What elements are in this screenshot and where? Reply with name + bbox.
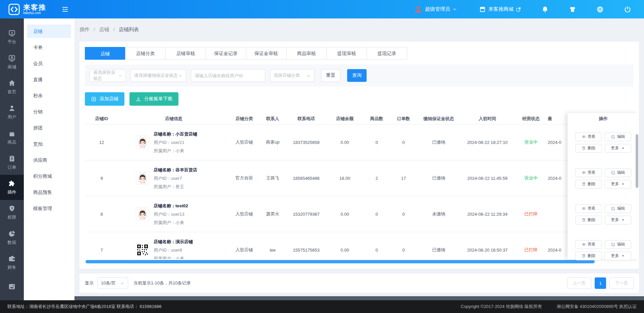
column-header: 经营状态 <box>514 116 548 122</box>
finance-icon <box>8 255 16 262</box>
deposit-status-cell: 已缴纳 <box>417 139 461 145</box>
sidebar-item[interactable]: 商品预售 <box>27 186 71 199</box>
shop-category-cell: 入驻店铺 <box>229 139 259 145</box>
balance-cell: 0.00 <box>326 212 363 217</box>
rail-item-user[interactable]: 用户 <box>0 100 24 125</box>
vertical-scrollbar-thumb[interactable] <box>636 134 638 188</box>
page-size-label: 显示 <box>85 280 94 286</box>
edit-button[interactable]: 编辑 <box>605 133 631 141</box>
shop-owner: 所属用户：小来 <box>154 218 188 227</box>
shirt-icon[interactable] <box>569 6 576 13</box>
edit-icon <box>611 135 615 139</box>
sidebar-collapse-icon[interactable] <box>61 5 69 13</box>
shop-qrcode-image <box>136 243 149 257</box>
balance-cell: 0.00 <box>326 140 363 145</box>
mall-link[interactable]: 来客推商城 <box>479 6 521 13</box>
rail-item-platform[interactable]: S平台 <box>0 24 24 50</box>
shop-info-cell: 店铺名称：演示店铺用户ID：user9所属用户：小来 <box>118 238 229 259</box>
rail-item-mallcard[interactable]: 商城 <box>0 50 24 75</box>
row-action-label: 更多 <box>611 253 619 259</box>
chevron-down-icon <box>118 73 122 78</box>
tab[interactable]: 店铺 <box>85 47 125 60</box>
sidebar-item[interactable]: 直播 <box>27 73 71 86</box>
delete-button[interactable]: 删除 <box>575 144 602 153</box>
tab[interactable]: 店铺分类 <box>125 47 166 60</box>
sidebar-item[interactable]: 店铺 <box>27 24 71 38</box>
sidebar-item[interactable]: 模板管理 <box>27 202 71 215</box>
horizontal-scrollbar-thumb[interactable] <box>86 260 595 263</box>
rail-item-image[interactable] <box>0 275 24 300</box>
prev-page-button[interactable]: 上一页 <box>567 277 591 289</box>
more-button[interactable]: 更多 <box>605 180 631 189</box>
deposit-status-select[interactable]: 请选择缴纳保证金状态 <box>130 69 186 82</box>
tab[interactable]: 提现审核 <box>326 47 367 60</box>
breadcrumb-plugins[interactable]: 插件 <box>79 27 90 32</box>
shop-category-select[interactable]: 选择店铺分类 <box>270 69 314 82</box>
tab[interactable]: 保证金记录 <box>206 47 246 60</box>
breadcrumb-shops[interactable]: 店铺 <box>99 27 109 32</box>
tab[interactable]: 店铺审核 <box>165 47 206 60</box>
language-globe-icon[interactable] <box>596 6 604 13</box>
more-button[interactable]: 更多 <box>605 252 631 260</box>
edit-button[interactable]: 编辑 <box>605 240 631 249</box>
logo[interactable]: 来客推 laiketui.com <box>0 3 46 15</box>
rail-item-label: 平台 <box>8 39 16 45</box>
rail-item-data[interactable]: 数据 <box>0 225 24 250</box>
tab[interactable]: 商品审核 <box>286 47 327 60</box>
sidebar-item[interactable]: 卡券 <box>27 41 71 54</box>
delete-button[interactable]: 删除 <box>575 180 602 189</box>
rail-item-finance[interactable]: 财务 <box>0 250 24 275</box>
rail-item-home[interactable]: 首页 <box>0 74 24 100</box>
business-status-select[interactable]: 请选择营业状态 <box>90 69 126 82</box>
sidebar-item[interactable]: 秒杀 <box>27 89 71 102</box>
column-header: 店铺ID <box>85 116 118 122</box>
next-page-button[interactable]: 下一页 <box>609 277 634 289</box>
notifications-bell-icon[interactable] <box>541 6 549 13</box>
delete-button[interactable]: 删除 <box>575 216 602 224</box>
sidebar-item[interactable]: 积分商城 <box>27 169 71 183</box>
sidebar-item[interactable]: 会员 <box>27 57 71 70</box>
admin-label: 超级管理员 <box>425 6 450 12</box>
reset-button[interactable]: 重置 <box>321 69 340 82</box>
goods-count-cell: 0 <box>363 212 390 217</box>
tab[interactable]: 保证金审核 <box>246 47 286 60</box>
sidebar-item[interactable]: 拼团 <box>27 121 71 135</box>
view-button[interactable]: 查看 <box>575 168 602 177</box>
rail-item-label: 商城 <box>8 64 16 70</box>
shop-info-lines: 店铺名称：谷丰百货店用户ID：user7所属用户：兽王 <box>154 166 197 191</box>
edit-button[interactable]: 编辑 <box>605 204 631 213</box>
more-button[interactable]: 更多 <box>605 216 631 224</box>
query-button[interactable]: 查询 <box>347 69 367 82</box>
join-time-cell: 2024-08-22 11:45:59 <box>461 176 514 181</box>
plus-square-icon <box>91 96 97 102</box>
view-button[interactable]: 查看 <box>575 204 602 213</box>
sidebar-item[interactable]: 供应商 <box>27 153 71 167</box>
row-actions: 查看编辑删除更多 <box>568 196 639 232</box>
sidebar-item[interactable]: 分销 <box>27 105 71 118</box>
shop-info-lines: 店铺名称：小百货店铺用户ID：user21所属用户：小来 <box>154 130 197 155</box>
shop-name: 店铺名称：小百货店铺 <box>154 130 197 138</box>
goods-count-cell: 0 <box>363 140 390 145</box>
sidebar-item[interactable]: 竞拍 <box>27 137 71 151</box>
more-button[interactable]: 更多 <box>605 144 631 153</box>
view-button[interactable]: 查看 <box>575 240 602 249</box>
delete-button[interactable]: 删除 <box>575 252 602 260</box>
row-action-label: 更多 <box>611 181 619 187</box>
row-action-label: 删除 <box>588 217 596 223</box>
add-shop-button[interactable]: 添加店铺 <box>85 92 124 106</box>
current-page-button[interactable]: 1 <box>595 277 606 289</box>
rail-item-permission[interactable]: 权限 <box>0 200 24 225</box>
shop-search-input[interactable] <box>191 69 265 82</box>
svg-text:来下铺: 来下铺 <box>140 146 145 147</box>
rail-item-goods[interactable]: 商品 <box>0 125 24 150</box>
tab[interactable]: 提现记录 <box>367 47 407 60</box>
logout-power-icon[interactable] <box>624 6 631 13</box>
rail-item-order[interactable]: 订单 <box>0 150 24 175</box>
edit-button[interactable]: 编辑 <box>605 168 631 177</box>
admin-menu[interactable]: 超级管理员 <box>414 5 457 14</box>
view-button[interactable]: 查看 <box>575 133 602 141</box>
page-size-select[interactable]: 10条/页 <box>97 277 128 289</box>
eye-icon <box>582 170 586 175</box>
rail-item-plugin[interactable]: 插件 <box>0 175 24 200</box>
download-billing-button[interactable]: 分账账单下载 <box>129 92 178 106</box>
